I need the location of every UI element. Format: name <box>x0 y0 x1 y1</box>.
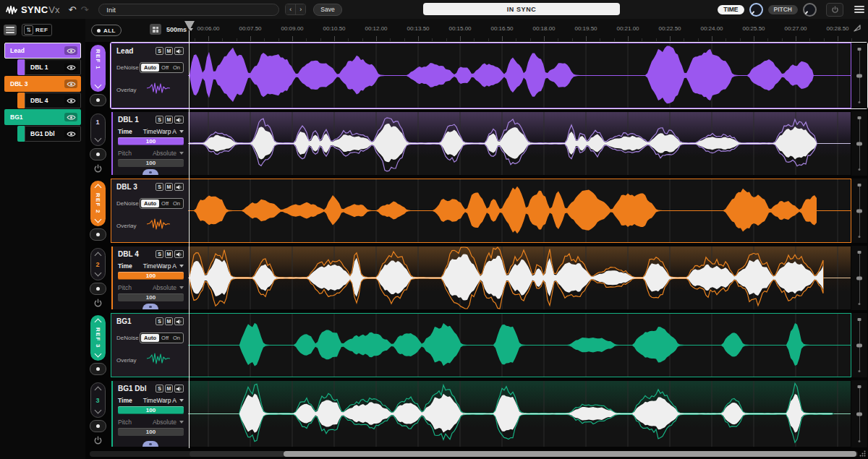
track-zoom-slider[interactable] <box>851 246 867 310</box>
chevron-down-icon[interactable] <box>94 216 101 223</box>
overlay-toggle[interactable] <box>145 218 171 233</box>
track-power-button[interactable] <box>93 298 103 311</box>
denoise-option-on[interactable]: On <box>171 200 182 207</box>
waveform-display[interactable] <box>188 314 851 377</box>
track-zoom-slider[interactable] <box>851 179 867 243</box>
redo-icon[interactable]: ↷ <box>80 5 88 14</box>
track-zoom-slider[interactable] <box>851 313 867 377</box>
chevron-down-icon[interactable] <box>94 351 101 358</box>
playhead-line[interactable] <box>189 30 190 448</box>
track-list-view-button[interactable] <box>4 25 17 35</box>
listen-button[interactable] <box>174 183 184 191</box>
denoise-option-off[interactable]: Off <box>159 200 171 207</box>
monitor-button[interactable] <box>90 94 106 106</box>
track-power-button[interactable] <box>93 435 103 448</box>
listen-button[interactable] <box>174 385 184 392</box>
track-tab-pill[interactable]: REF 3 <box>90 315 106 361</box>
time-mode-dropdown[interactable]: TimeWarp A <box>143 397 184 404</box>
expand-handle[interactable] <box>142 169 158 175</box>
track-list-item[interactable]: Lead <box>4 43 81 59</box>
time-amount-slider[interactable]: 100 <box>118 406 184 414</box>
waveform-display[interactable] <box>188 43 851 108</box>
mute-button[interactable]: M <box>165 183 173 191</box>
monitor-button[interactable] <box>90 363 106 375</box>
visibility-eye-button[interactable] <box>64 80 77 88</box>
listen-button[interactable] <box>174 116 184 124</box>
sync-status-button[interactable]: IN SYNC <box>423 3 620 15</box>
visibility-eye-button[interactable] <box>64 113 77 121</box>
denoise-option-auto[interactable]: Auto <box>141 64 159 72</box>
time-mode-toggle[interactable]: TIME <box>718 5 744 14</box>
chevron-down-icon[interactable] <box>94 135 101 142</box>
scrollbar-thumb[interactable] <box>284 451 856 457</box>
denoise-option-on[interactable]: On <box>171 334 182 342</box>
solo-button[interactable]: S <box>156 116 163 124</box>
pitch-amount-slider[interactable]: 100 <box>118 159 184 167</box>
chevron-up-icon[interactable] <box>94 319 101 326</box>
visibility-eye-button[interactable] <box>64 129 77 138</box>
waveform-display[interactable] <box>188 246 851 309</box>
track-list-item[interactable]: DBL 3 <box>4 76 81 92</box>
pitch-mode-toggle[interactable]: PITCH <box>768 5 799 14</box>
track-list-item[interactable]: BG1 <box>4 109 81 125</box>
denoise-option-auto[interactable]: Auto <box>141 200 159 207</box>
mute-button[interactable]: M <box>165 47 173 55</box>
menu-icon[interactable] <box>854 6 864 13</box>
solo-button[interactable]: S <box>156 250 163 258</box>
monitor-button[interactable] <box>90 228 106 241</box>
visibility-eye-button[interactable] <box>64 63 77 72</box>
waveform-display[interactable] <box>188 112 851 175</box>
solo-button[interactable]: S <box>156 317 163 325</box>
denoise-option-off[interactable]: Off <box>159 64 171 72</box>
chevron-down-icon[interactable] <box>94 407 101 414</box>
track-list-item[interactable]: DBL 1 <box>4 59 81 75</box>
all-tracks-button[interactable]: ALL <box>91 25 122 36</box>
track-tab-pill[interactable]: 2 <box>90 248 106 280</box>
overlay-toggle[interactable] <box>145 353 171 367</box>
track-list-item[interactable]: DBL 4 <box>4 93 81 108</box>
pitch-mode-dropdown[interactable]: Absolute <box>153 150 184 157</box>
pitch-mode-dropdown[interactable]: Absolute <box>153 284 184 291</box>
grid-snap-button[interactable] <box>150 24 161 35</box>
expand-handle[interactable] <box>142 304 158 309</box>
chevron-down-icon[interactable] <box>94 82 101 89</box>
waveform-display[interactable] <box>188 381 851 447</box>
timeline-ruler[interactable]: ALL 500ms 00:06.0000:07.5000:09.0000:10.… <box>85 19 868 42</box>
track-power-button[interactable] <box>93 163 103 176</box>
denoise-option-auto[interactable]: Auto <box>141 334 159 342</box>
solo-button[interactable]: S <box>156 47 163 55</box>
overlay-toggle[interactable] <box>145 82 171 97</box>
track-tab-pill[interactable]: 3 <box>90 382 106 418</box>
track-list-item[interactable]: BG1 Dbl <box>4 126 81 142</box>
next-preset-button[interactable]: › <box>296 4 305 14</box>
chevron-down-icon[interactable] <box>94 270 101 277</box>
track-zoom-slider[interactable] <box>851 111 867 176</box>
expand-handle[interactable] <box>142 441 158 447</box>
listen-button[interactable] <box>174 317 184 325</box>
mute-button[interactable]: M <box>165 385 173 392</box>
preset-name-field[interactable]: Init <box>98 4 279 16</box>
pitch-amount-slider[interactable]: 100 <box>118 428 184 436</box>
visibility-eye-button[interactable] <box>64 46 77 55</box>
time-mode-dropdown[interactable]: TimeWarp A <box>143 128 184 135</box>
pitch-knob[interactable] <box>803 3 817 17</box>
follow-playhead-icon[interactable] <box>853 24 861 33</box>
track-tab-pill[interactable]: REF 1 <box>90 45 106 92</box>
pitch-mode-dropdown[interactable]: Absolute <box>153 419 184 426</box>
mute-button[interactable]: M <box>165 250 173 258</box>
track-zoom-slider[interactable] <box>851 43 867 108</box>
solo-button[interactable]: S <box>156 385 163 392</box>
prev-preset-button[interactable]: ‹ <box>286 4 296 14</box>
save-button[interactable]: Save <box>313 4 341 16</box>
time-amount-slider[interactable]: 100 <box>118 272 184 280</box>
chevron-up-icon[interactable] <box>94 252 101 259</box>
track-tab-pill[interactable]: REF 2 <box>90 181 106 226</box>
monitor-button[interactable] <box>90 148 106 160</box>
pitch-amount-slider[interactable]: 100 <box>118 293 184 301</box>
monitor-button[interactable] <box>90 283 106 295</box>
solo-button[interactable]: S <box>156 183 163 191</box>
time-mode-dropdown[interactable]: TimeWarp A <box>143 262 184 270</box>
mute-button[interactable]: M <box>165 317 173 325</box>
listen-button[interactable] <box>174 47 184 55</box>
track-zoom-slider[interactable] <box>851 380 867 447</box>
